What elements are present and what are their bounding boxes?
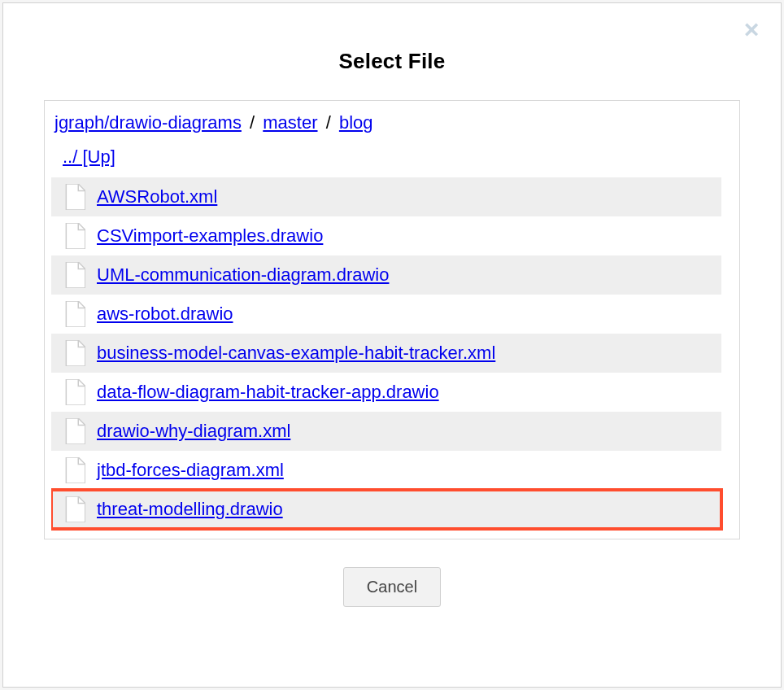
breadcrumb-link-branch[interactable]: master (263, 112, 317, 133)
dialog-title: Select File (44, 49, 740, 74)
file-row[interactable]: data-flow-diagram-habit-tracker-app.draw… (51, 373, 721, 412)
file-link[interactable]: threat-modelling.drawio (97, 499, 283, 520)
file-scroll-area[interactable]: jgraph/drawio-diagrams / master / blog .… (51, 111, 733, 532)
file-link[interactable]: drawio-why-diagram.xml (97, 421, 290, 442)
file-icon (64, 457, 85, 483)
file-link[interactable]: AWSRobot.xml (97, 186, 217, 207)
file-link[interactable]: UML-communication-diagram.drawio (97, 264, 389, 286)
close-icon[interactable]: × (740, 18, 763, 41)
file-row[interactable]: aws-robot.drawio (51, 295, 721, 334)
up-link[interactable]: ../ [Up] (63, 146, 115, 167)
breadcrumb-separator: / (326, 112, 331, 133)
file-row[interactable]: drawio-why-diagram.xml (51, 412, 721, 451)
file-row[interactable]: CSVimport-examples.drawio (51, 216, 721, 255)
file-icon (64, 301, 85, 327)
file-link[interactable]: CSVimport-examples.drawio (97, 225, 323, 247)
breadcrumb-link-repo[interactable]: jgraph/drawio-diagrams (54, 112, 242, 133)
file-row[interactable]: AWSRobot.xml (51, 177, 721, 216)
dialog-buttons: Cancel (44, 567, 740, 607)
up-link-row: ../ [Up] (51, 142, 721, 177)
file-panel: jgraph/drawio-diagrams / master / blog .… (44, 100, 740, 539)
file-row[interactable]: business-model-canvas-example-habit-trac… (51, 334, 721, 373)
file-link[interactable]: aws-robot.drawio (97, 304, 233, 325)
file-row[interactable]: jtbd-forces-diagram.xml (51, 451, 721, 490)
file-icon (64, 184, 85, 210)
file-icon (64, 496, 85, 522)
file-icon (64, 379, 85, 405)
file-row[interactable]: threat-modelling.drawio (51, 490, 721, 529)
file-link[interactable]: jtbd-forces-diagram.xml (97, 460, 284, 481)
file-link[interactable]: business-model-canvas-example-habit-trac… (97, 343, 495, 364)
file-list: AWSRobot.xmlCSVimport-examples.drawioUML… (51, 177, 721, 529)
breadcrumb-link-folder[interactable]: blog (339, 112, 373, 133)
breadcrumb: jgraph/drawio-diagrams / master / blog (51, 111, 721, 142)
file-link[interactable]: data-flow-diagram-habit-tracker-app.draw… (97, 382, 439, 403)
breadcrumb-separator: / (250, 112, 255, 133)
file-icon (64, 340, 85, 366)
file-icon (64, 418, 85, 444)
file-icon (64, 262, 85, 288)
file-row[interactable]: UML-communication-diagram.drawio (51, 255, 721, 295)
file-icon (64, 223, 85, 249)
cancel-button[interactable]: Cancel (343, 567, 441, 607)
select-file-dialog: × Select File jgraph/drawio-diagrams / m… (2, 2, 782, 688)
